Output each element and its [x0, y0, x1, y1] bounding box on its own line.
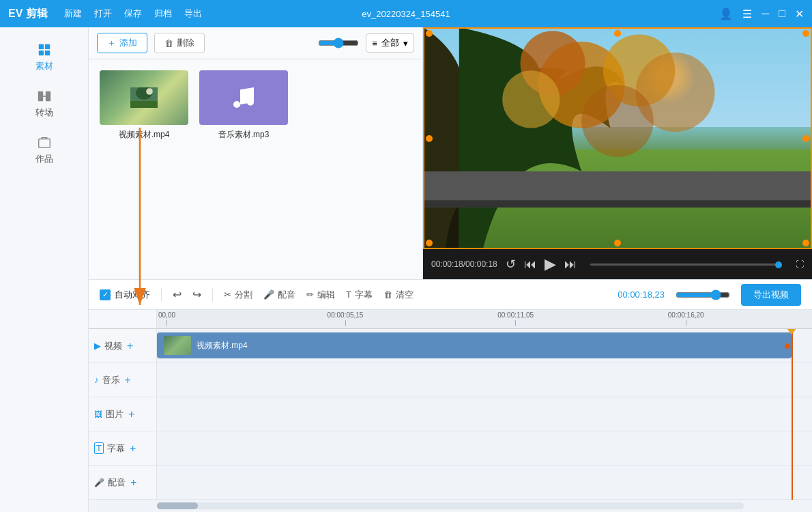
menu-icon[interactable]: ☰ [742, 8, 752, 20]
image-track-content[interactable] [157, 397, 812, 431]
dub-track-add[interactable]: + [130, 477, 136, 489]
close-icon[interactable]: ✕ [795, 8, 804, 20]
ruler-spacer [89, 310, 157, 329]
timeline-scrollbar[interactable] [157, 502, 744, 509]
play-button[interactable]: ▶ [545, 255, 556, 273]
media-toolbar: ＋ 添加 🗑 删除 ≡ 全部 ▾ [89, 27, 422, 59]
dub-button[interactable]: 🎤 配音 [263, 289, 295, 301]
ruler-mark-2: 00:00:11,05 [497, 311, 534, 326]
audio-track-icon: ♪ [94, 375, 99, 385]
track-row-image: 🖼 图片 + [89, 397, 812, 431]
track-header-dub: 🎤 配音 + [89, 466, 157, 499]
menu-save[interactable]: 保存 [124, 8, 142, 20]
edge-dot-right [802, 135, 809, 142]
undo-button[interactable]: ↩ [173, 288, 182, 301]
export-button[interactable]: 导出视频 [741, 284, 801, 306]
progress-dot [775, 261, 782, 268]
track-header-subtitle: T 字幕 + [89, 431, 157, 465]
video-thumb [100, 70, 188, 125]
image-track-add[interactable]: + [128, 408, 134, 421]
user-icon[interactable]: 👤 [719, 8, 733, 20]
redo-icon: ↪ [192, 288, 201, 301]
edge-dot-bottom [614, 240, 621, 246]
timeline-section: ✓ 自动对齐 ↩ ↪ ✂ 分割 🎤 配音 [89, 279, 812, 512]
track-row-dub: 🎤 配音 + [89, 466, 812, 500]
scrollbar-thumb[interactable] [157, 502, 198, 509]
media-item-video[interactable]: 视频素材.mp4 [100, 70, 188, 141]
audio-thumb [199, 70, 288, 125]
ruler-mark-3: 00:00:16,20 [668, 311, 704, 326]
music-icon [227, 84, 261, 111]
sidebar-transition-label: 转场 [35, 106, 53, 119]
minimize-icon[interactable]: ─ [762, 8, 769, 20]
subtitle-track-add[interactable]: + [130, 442, 136, 455]
dub-track-content[interactable] [157, 466, 812, 499]
video-track-content[interactable]: 视频素材.mp4 [157, 329, 812, 362]
audio-track-add[interactable]: + [125, 374, 131, 386]
sidebar-item-media[interactable]: 素材 [0, 34, 88, 81]
track-header-audio: ♪ 音乐 + [89, 363, 157, 397]
menu-archive[interactable]: 归档 [154, 8, 172, 20]
track-header-image: 🖼 图片 + [89, 397, 157, 431]
auto-align-label: 自动对齐 [115, 289, 150, 301]
filter-lines-icon: ≡ [372, 38, 377, 48]
works-icon [37, 135, 52, 150]
edit-button[interactable]: ✏ 编辑 [306, 289, 335, 301]
menu-open[interactable]: 打开 [94, 8, 112, 20]
media-item-audio[interactable]: 音乐素材.mp3 [199, 70, 288, 141]
auto-align-checkbox[interactable]: ✓ [100, 289, 111, 300]
sidebar-item-works[interactable]: 作品 [0, 127, 88, 173]
tree-silhouette [423, 27, 812, 249]
add-button[interactable]: ＋ 添加 [97, 33, 147, 53]
fullscreen-button[interactable]: ⛶ [796, 259, 804, 269]
size-slider[interactable] [318, 38, 359, 48]
video-clip[interactable]: 视频素材.mp4 [157, 332, 792, 358]
clear-button[interactable]: 🗑 清空 [383, 289, 414, 301]
app-logo: EV 剪辑 [8, 7, 48, 21]
zoom-slider[interactable] [676, 289, 730, 300]
svg-rect-3 [44, 51, 49, 55]
redo-button[interactable]: ↪ [192, 288, 201, 301]
menu-export[interactable]: 导出 [184, 8, 202, 20]
clip-thumbnail [164, 336, 191, 355]
filter-select[interactable]: ≡ 全部 ▾ [366, 33, 414, 53]
replay-button[interactable]: ↺ [506, 257, 516, 272]
subtitle-track-content[interactable] [157, 431, 812, 465]
sidebar: 素材 转场 作品 [0, 27, 89, 512]
video-track-add[interactable]: + [127, 340, 133, 352]
transition-icon [37, 89, 52, 104]
next-button[interactable]: ⏭ [564, 257, 577, 272]
toolbar-divider-2 [212, 288, 213, 302]
svg-rect-1 [44, 44, 49, 49]
subtitle-icon: T [346, 289, 351, 300]
maximize-icon[interactable]: □ [779, 8, 785, 20]
media-panel: ＋ 添加 🗑 删除 ≡ 全部 ▾ [89, 27, 423, 279]
svg-rect-9 [130, 101, 158, 108]
main-layout: 素材 转场 作品 ＋ [0, 27, 812, 512]
window-title: ev_20220324_154541 [362, 9, 450, 19]
audio-track-content[interactable] [157, 363, 812, 397]
delete-button[interactable]: 🗑 删除 [154, 33, 205, 53]
clip-end-dot [785, 343, 790, 349]
dub-track-label: 配音 [108, 477, 126, 489]
split-button[interactable]: ✂ 分割 [224, 289, 252, 301]
svg-rect-2 [38, 51, 43, 55]
preview-progress-bar[interactable] [590, 264, 782, 266]
menu-new[interactable]: 新建 [64, 8, 82, 20]
media-icon [37, 42, 52, 57]
track-row-subtitle: T 字幕 + [89, 431, 812, 466]
prev-button[interactable]: ⏮ [524, 257, 536, 272]
video-track-label: 视频 [104, 340, 122, 352]
ruler-mark-1: 00:00:05,15 [328, 311, 364, 326]
corner-dot-br [802, 240, 809, 246]
svg-rect-4 [38, 91, 42, 102]
audio-filename: 音乐素材.mp3 [218, 129, 270, 141]
corner-dot-tl [426, 30, 433, 37]
filter-chevron-icon: ▾ [403, 38, 408, 48]
content-area: ＋ 添加 🗑 删除 ≡ 全部 ▾ [89, 27, 812, 512]
svg-rect-5 [45, 91, 50, 102]
sidebar-item-transition[interactable]: 转场 [0, 81, 88, 127]
subtitle-track-label: 字幕 [107, 442, 125, 455]
subtitle-button[interactable]: T 字幕 [346, 289, 373, 301]
edit-icon: ✏ [306, 289, 314, 300]
